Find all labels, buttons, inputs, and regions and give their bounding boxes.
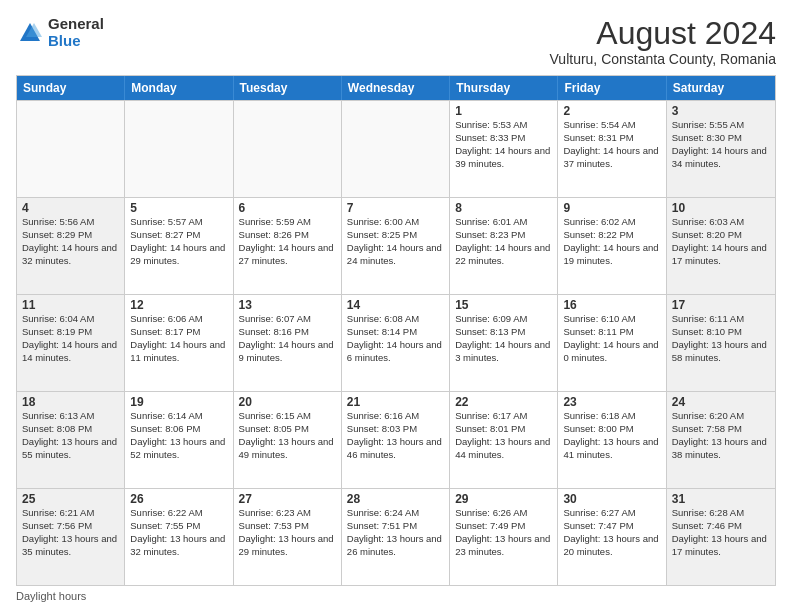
calendar-day-cell: 2Sunrise: 5:54 AM Sunset: 8:31 PM Daylig… bbox=[558, 101, 666, 197]
day-number: 8 bbox=[455, 201, 552, 215]
day-info: Sunrise: 6:00 AM Sunset: 8:25 PM Dayligh… bbox=[347, 216, 444, 267]
day-info: Sunrise: 6:17 AM Sunset: 8:01 PM Dayligh… bbox=[455, 410, 552, 461]
day-number: 4 bbox=[22, 201, 119, 215]
calendar-week-row: 18Sunrise: 6:13 AM Sunset: 8:08 PM Dayli… bbox=[17, 391, 775, 488]
day-info: Sunrise: 5:57 AM Sunset: 8:27 PM Dayligh… bbox=[130, 216, 227, 267]
calendar-day-cell: 12Sunrise: 6:06 AM Sunset: 8:17 PM Dayli… bbox=[125, 295, 233, 391]
day-number: 15 bbox=[455, 298, 552, 312]
day-number: 9 bbox=[563, 201, 660, 215]
logo-blue-text: Blue bbox=[48, 33, 104, 50]
day-number: 2 bbox=[563, 104, 660, 118]
calendar-week-row: 11Sunrise: 6:04 AM Sunset: 8:19 PM Dayli… bbox=[17, 294, 775, 391]
day-info: Sunrise: 6:07 AM Sunset: 8:16 PM Dayligh… bbox=[239, 313, 336, 364]
day-info: Sunrise: 6:18 AM Sunset: 8:00 PM Dayligh… bbox=[563, 410, 660, 461]
calendar-day-cell: 25Sunrise: 6:21 AM Sunset: 7:56 PM Dayli… bbox=[17, 489, 125, 585]
calendar-day-cell: 10Sunrise: 6:03 AM Sunset: 8:20 PM Dayli… bbox=[667, 198, 775, 294]
cal-header-day: Saturday bbox=[667, 76, 775, 100]
calendar-week-row: 1Sunrise: 5:53 AM Sunset: 8:33 PM Daylig… bbox=[17, 100, 775, 197]
day-number: 3 bbox=[672, 104, 770, 118]
calendar-day-cell: 19Sunrise: 6:14 AM Sunset: 8:06 PM Dayli… bbox=[125, 392, 233, 488]
calendar-day-cell: 28Sunrise: 6:24 AM Sunset: 7:51 PM Dayli… bbox=[342, 489, 450, 585]
day-info: Sunrise: 6:13 AM Sunset: 8:08 PM Dayligh… bbox=[22, 410, 119, 461]
day-info: Sunrise: 6:08 AM Sunset: 8:14 PM Dayligh… bbox=[347, 313, 444, 364]
day-info: Sunrise: 5:55 AM Sunset: 8:30 PM Dayligh… bbox=[672, 119, 770, 170]
calendar-day-cell: 3Sunrise: 5:55 AM Sunset: 8:30 PM Daylig… bbox=[667, 101, 775, 197]
day-number: 22 bbox=[455, 395, 552, 409]
day-info: Sunrise: 6:22 AM Sunset: 7:55 PM Dayligh… bbox=[130, 507, 227, 558]
day-number: 13 bbox=[239, 298, 336, 312]
day-info: Sunrise: 6:20 AM Sunset: 7:58 PM Dayligh… bbox=[672, 410, 770, 461]
day-info: Sunrise: 6:23 AM Sunset: 7:53 PM Dayligh… bbox=[239, 507, 336, 558]
calendar-day-cell: 9Sunrise: 6:02 AM Sunset: 8:22 PM Daylig… bbox=[558, 198, 666, 294]
calendar-day-cell bbox=[125, 101, 233, 197]
subtitle: Vulturu, Constanta County, Romania bbox=[550, 51, 776, 67]
day-info: Sunrise: 6:16 AM Sunset: 8:03 PM Dayligh… bbox=[347, 410, 444, 461]
calendar-day-cell: 1Sunrise: 5:53 AM Sunset: 8:33 PM Daylig… bbox=[450, 101, 558, 197]
day-number: 28 bbox=[347, 492, 444, 506]
day-number: 12 bbox=[130, 298, 227, 312]
calendar-day-cell: 23Sunrise: 6:18 AM Sunset: 8:00 PM Dayli… bbox=[558, 392, 666, 488]
calendar-day-cell: 6Sunrise: 5:59 AM Sunset: 8:26 PM Daylig… bbox=[234, 198, 342, 294]
day-number: 24 bbox=[672, 395, 770, 409]
day-number: 5 bbox=[130, 201, 227, 215]
day-number: 6 bbox=[239, 201, 336, 215]
day-number: 23 bbox=[563, 395, 660, 409]
calendar-day-cell bbox=[342, 101, 450, 197]
calendar: SundayMondayTuesdayWednesdayThursdayFrid… bbox=[16, 75, 776, 586]
logo-text: General Blue bbox=[48, 16, 104, 49]
calendar-day-cell bbox=[17, 101, 125, 197]
cal-header-day: Sunday bbox=[17, 76, 125, 100]
calendar-day-cell: 21Sunrise: 6:16 AM Sunset: 8:03 PM Dayli… bbox=[342, 392, 450, 488]
cal-header-day: Wednesday bbox=[342, 76, 450, 100]
day-info: Sunrise: 6:14 AM Sunset: 8:06 PM Dayligh… bbox=[130, 410, 227, 461]
logo-general-text: General bbox=[48, 16, 104, 33]
calendar-day-cell: 7Sunrise: 6:00 AM Sunset: 8:25 PM Daylig… bbox=[342, 198, 450, 294]
calendar-day-cell: 30Sunrise: 6:27 AM Sunset: 7:47 PM Dayli… bbox=[558, 489, 666, 585]
calendar-week-row: 4Sunrise: 5:56 AM Sunset: 8:29 PM Daylig… bbox=[17, 197, 775, 294]
calendar-day-cell: 14Sunrise: 6:08 AM Sunset: 8:14 PM Dayli… bbox=[342, 295, 450, 391]
calendar-day-cell: 15Sunrise: 6:09 AM Sunset: 8:13 PM Dayli… bbox=[450, 295, 558, 391]
footer-note: Daylight hours bbox=[16, 590, 776, 602]
day-info: Sunrise: 6:01 AM Sunset: 8:23 PM Dayligh… bbox=[455, 216, 552, 267]
day-number: 29 bbox=[455, 492, 552, 506]
day-info: Sunrise: 6:15 AM Sunset: 8:05 PM Dayligh… bbox=[239, 410, 336, 461]
calendar-week-row: 25Sunrise: 6:21 AM Sunset: 7:56 PM Dayli… bbox=[17, 488, 775, 585]
calendar-header: SundayMondayTuesdayWednesdayThursdayFrid… bbox=[17, 76, 775, 100]
calendar-day-cell: 4Sunrise: 5:56 AM Sunset: 8:29 PM Daylig… bbox=[17, 198, 125, 294]
calendar-day-cell bbox=[234, 101, 342, 197]
day-number: 26 bbox=[130, 492, 227, 506]
calendar-day-cell: 8Sunrise: 6:01 AM Sunset: 8:23 PM Daylig… bbox=[450, 198, 558, 294]
page: General Blue August 2024 Vulturu, Consta… bbox=[0, 0, 792, 612]
calendar-day-cell: 18Sunrise: 6:13 AM Sunset: 8:08 PM Dayli… bbox=[17, 392, 125, 488]
calendar-day-cell: 17Sunrise: 6:11 AM Sunset: 8:10 PM Dayli… bbox=[667, 295, 775, 391]
header: General Blue August 2024 Vulturu, Consta… bbox=[16, 16, 776, 67]
day-number: 30 bbox=[563, 492, 660, 506]
calendar-day-cell: 29Sunrise: 6:26 AM Sunset: 7:49 PM Dayli… bbox=[450, 489, 558, 585]
day-info: Sunrise: 5:59 AM Sunset: 8:26 PM Dayligh… bbox=[239, 216, 336, 267]
day-number: 20 bbox=[239, 395, 336, 409]
day-info: Sunrise: 6:04 AM Sunset: 8:19 PM Dayligh… bbox=[22, 313, 119, 364]
calendar-day-cell: 20Sunrise: 6:15 AM Sunset: 8:05 PM Dayli… bbox=[234, 392, 342, 488]
day-info: Sunrise: 5:53 AM Sunset: 8:33 PM Dayligh… bbox=[455, 119, 552, 170]
day-info: Sunrise: 6:09 AM Sunset: 8:13 PM Dayligh… bbox=[455, 313, 552, 364]
day-info: Sunrise: 5:56 AM Sunset: 8:29 PM Dayligh… bbox=[22, 216, 119, 267]
calendar-day-cell: 11Sunrise: 6:04 AM Sunset: 8:19 PM Dayli… bbox=[17, 295, 125, 391]
calendar-day-cell: 27Sunrise: 6:23 AM Sunset: 7:53 PM Dayli… bbox=[234, 489, 342, 585]
day-info: Sunrise: 6:27 AM Sunset: 7:47 PM Dayligh… bbox=[563, 507, 660, 558]
day-number: 27 bbox=[239, 492, 336, 506]
day-number: 11 bbox=[22, 298, 119, 312]
cal-header-day: Monday bbox=[125, 76, 233, 100]
main-title: August 2024 bbox=[550, 16, 776, 51]
cal-header-day: Tuesday bbox=[234, 76, 342, 100]
day-number: 7 bbox=[347, 201, 444, 215]
calendar-day-cell: 31Sunrise: 6:28 AM Sunset: 7:46 PM Dayli… bbox=[667, 489, 775, 585]
calendar-body: 1Sunrise: 5:53 AM Sunset: 8:33 PM Daylig… bbox=[17, 100, 775, 585]
day-info: Sunrise: 6:26 AM Sunset: 7:49 PM Dayligh… bbox=[455, 507, 552, 558]
day-info: Sunrise: 6:21 AM Sunset: 7:56 PM Dayligh… bbox=[22, 507, 119, 558]
day-info: Sunrise: 5:54 AM Sunset: 8:31 PM Dayligh… bbox=[563, 119, 660, 170]
title-block: August 2024 Vulturu, Constanta County, R… bbox=[550, 16, 776, 67]
calendar-day-cell: 13Sunrise: 6:07 AM Sunset: 8:16 PM Dayli… bbox=[234, 295, 342, 391]
logo: General Blue bbox=[16, 16, 104, 49]
logo-icon bbox=[16, 19, 44, 47]
day-info: Sunrise: 6:06 AM Sunset: 8:17 PM Dayligh… bbox=[130, 313, 227, 364]
